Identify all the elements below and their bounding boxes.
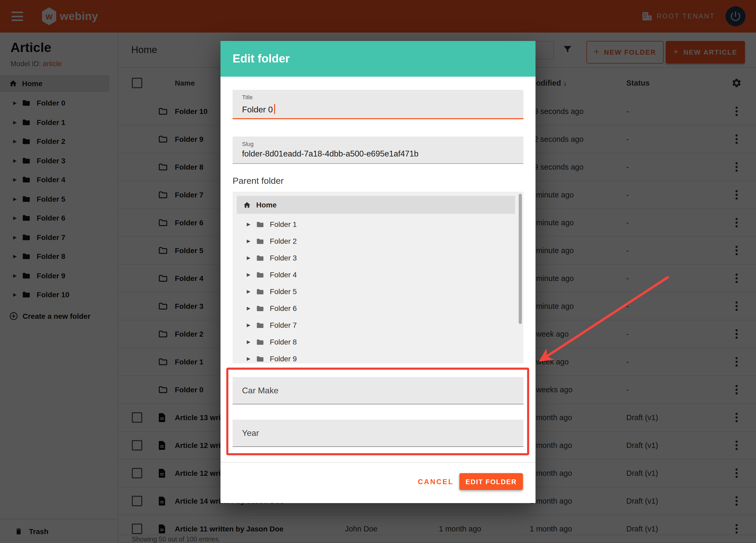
title-field[interactable]: Title Folder 0: [233, 90, 523, 119]
cancel-button[interactable]: CANCEL: [407, 472, 465, 491]
folder-name: Folder 1: [270, 220, 297, 228]
folder-icon: [256, 338, 264, 345]
dialog-footer-divider: [221, 462, 535, 463]
folder-icon: [256, 254, 264, 261]
folder-icon: [256, 238, 264, 244]
parent-folder-tree: Home ▶ Folder 1 ▶ Folder 2 ▶ Folder 3 ▶ …: [233, 192, 523, 363]
caret-right-icon[interactable]: ▶: [247, 306, 250, 311]
folder-name: Folder 2: [270, 237, 297, 245]
folder-name: Folder 6: [270, 304, 297, 312]
folder-icon: [256, 288, 264, 295]
year-field-label: Year: [242, 428, 259, 438]
folder-icon: [256, 322, 264, 328]
caret-right-icon[interactable]: ▶: [247, 322, 250, 328]
folder-icon: [256, 221, 264, 228]
edit-folder-dialog: Edit folder Title Folder 0 Slug folder-8…: [221, 41, 535, 503]
tree-folder-item[interactable]: ▶ Folder 5: [233, 283, 523, 300]
tree-folder-item[interactable]: ▶ Folder 8: [233, 333, 523, 350]
folder-name: Folder 5: [270, 287, 297, 296]
home-icon: [243, 201, 251, 209]
slug-field[interactable]: Slug folder-8d01eadd-7a18-4dbb-a500-e695…: [233, 137, 523, 164]
caret-right-icon[interactable]: ▶: [247, 289, 250, 294]
caret-right-icon[interactable]: ▶: [247, 356, 250, 361]
car-make-field[interactable]: Car Make: [233, 377, 523, 404]
tree-folder-item[interactable]: ▶ Folder 7: [233, 317, 523, 333]
year-field[interactable]: Year: [233, 420, 523, 447]
tree-folder-item[interactable]: ▶ Folder 9: [233, 350, 523, 363]
tree-folder-item[interactable]: ▶ Folder 4: [233, 266, 523, 283]
folder-name: Folder 9: [270, 354, 297, 363]
slug-field-value: folder-8d01eadd-7a18-4dbb-a500-e695e1af4…: [242, 149, 418, 159]
title-field-value: Folder 0: [242, 105, 273, 114]
tree-scrollbar-thumb[interactable]: [519, 194, 522, 324]
folder-name: Folder 7: [270, 321, 297, 329]
dialog-title: Edit folder: [233, 52, 290, 66]
tree-folder-item[interactable]: ▶ Folder 6: [233, 300, 523, 317]
caret-right-icon[interactable]: ▶: [247, 272, 250, 277]
caret-right-icon[interactable]: ▶: [247, 339, 250, 344]
folder-name: Folder 8: [270, 338, 297, 346]
folder-icon: [256, 355, 264, 362]
edit-folder-submit-button[interactable]: EDIT FOLDER: [459, 473, 523, 490]
caret-right-icon[interactable]: ▶: [247, 222, 250, 227]
caret-right-icon[interactable]: ▶: [247, 255, 250, 260]
text-cursor: [274, 104, 275, 114]
folder-name: Folder 3: [270, 254, 297, 262]
slug-field-label: Slug: [242, 141, 254, 147]
caret-right-icon[interactable]: ▶: [247, 238, 250, 244]
title-field-label: Title: [242, 94, 253, 100]
tree-folder-item[interactable]: ▶ Folder 1: [233, 216, 523, 233]
tree-folder-item[interactable]: ▶ Folder 3: [233, 249, 523, 266]
folder-name: Folder 4: [270, 270, 297, 279]
tree-item-home[interactable]: Home: [237, 196, 515, 214]
folder-icon: [256, 305, 264, 312]
car-make-field-label: Car Make: [242, 386, 279, 395]
parent-folder-label: Parent folder: [233, 176, 284, 186]
dialog-header: Edit folder: [221, 41, 535, 77]
folder-icon: [256, 271, 264, 278]
tree-folder-item[interactable]: ▶ Folder 2: [233, 233, 523, 249]
